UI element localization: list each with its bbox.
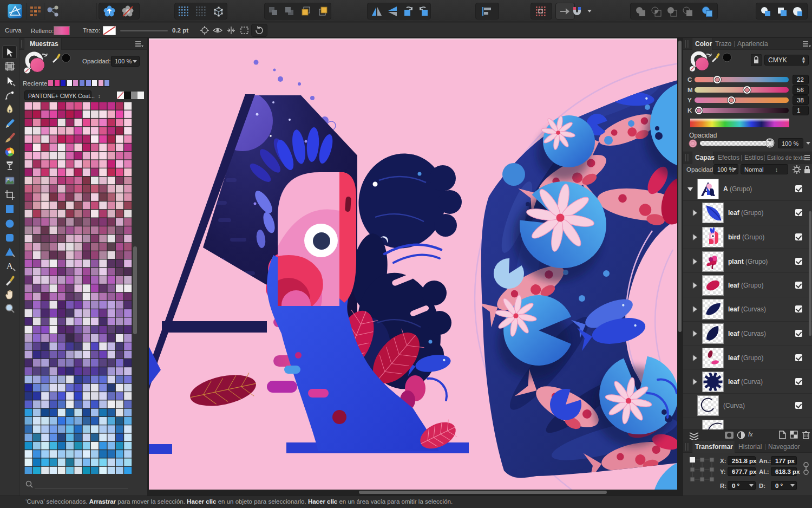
svg-text:A: A <box>6 261 14 271</box>
